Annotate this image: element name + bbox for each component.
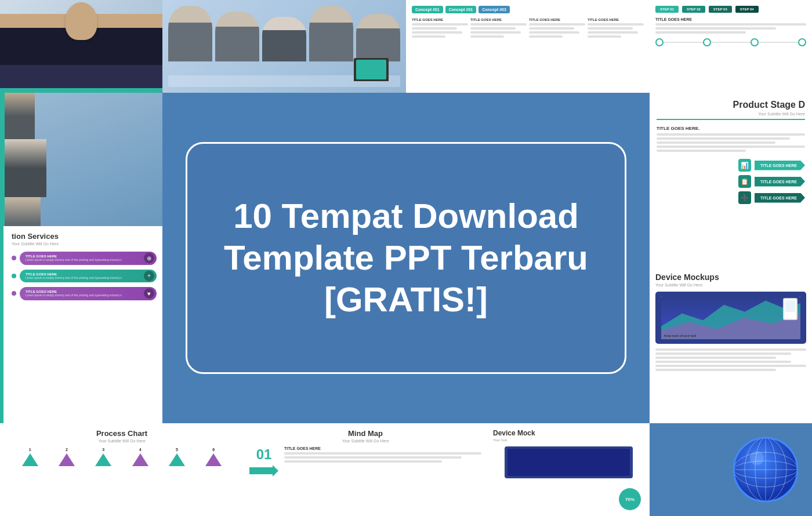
- mm-left: 01: [249, 446, 278, 477]
- db-title: Device Mock: [493, 429, 644, 437]
- pc-subtitle: Your Subtitle Will Go Here: [6, 439, 238, 443]
- globe-svg: [731, 435, 800, 504]
- cs-item-1: TITLE GOES HERE Lorem ipsum is simply du…: [12, 252, 157, 265]
- pc-triangle-5: [169, 453, 185, 466]
- col-text-2: [470, 23, 527, 38]
- pc-step-4: 4: [132, 448, 148, 466]
- meeting-photo: [162, 0, 406, 93]
- cs-title: tion Services: [12, 232, 157, 241]
- cs-icon-1: ⊕: [144, 253, 154, 263]
- steps-row: STEP 01 STEP 02 STEP 03 STEP 04: [655, 6, 806, 13]
- slide-top-right: STEP 01 STEP 02 STEP 03 STEP 04 TITLE GO…: [650, 0, 812, 93]
- steps-content: TITLE GOES HERE: [655, 17, 806, 34]
- dm-subtitle: Your Subtitle Will Go Here: [655, 283, 806, 287]
- mm-arrow: [249, 465, 278, 477]
- step-4: STEP 04: [735, 6, 759, 13]
- pc-step-1: 1: [22, 448, 38, 466]
- slide-device-mock-bot: Device Mock Your Sub 70%: [487, 423, 650, 516]
- ps-title: Product Stage D: [657, 100, 805, 110]
- slide-mid-left-top: [0, 93, 162, 226]
- mm-item-text: [284, 452, 481, 463]
- concept-col-4: TITLE GOES HERE: [588, 18, 644, 38]
- pc-step1-num: 1: [29, 448, 31, 452]
- timeline-line-2: [711, 42, 751, 43]
- ps-step2-label: TITLE GOES HERE: [755, 177, 805, 187]
- ps-step1-icon: ➕: [738, 191, 751, 204]
- step-1: STEP 01: [655, 6, 679, 13]
- db-screen: [507, 449, 630, 476]
- mm-subtitle: Your Subtitle Will Go Here: [249, 439, 481, 443]
- ps-step3-icon: 📊: [738, 159, 751, 172]
- man-head: [66, 2, 97, 40]
- ps-subtitle: Your Subtitle Will Go Here: [657, 112, 805, 120]
- center-overlay-box: 10 Tempat Download Template PPT Terbaru …: [186, 142, 626, 374]
- timeline-line-1: [664, 42, 703, 43]
- step-title: TITLE GOES HERE: [655, 17, 806, 21]
- slide-product-stage: Product Stage D Your Subtitle Will Go He…: [650, 93, 812, 267]
- center-title: 10 Tempat Download Template PPT Terbaru …: [201, 195, 611, 321]
- mm-content: 01 TITLE GOES HERE: [249, 446, 481, 477]
- concept-header: Concept #01 Concept #01 Concept #03: [412, 6, 644, 13]
- concept-col-2: TITLE GOES HERE: [470, 18, 527, 38]
- office-man-photo: [0, 0, 162, 93]
- pc-step-3: 3: [95, 448, 111, 466]
- timeline-dot-2: [703, 38, 711, 46]
- mm-number: 01: [256, 446, 272, 463]
- slide-construction-services: tion Services Your Subtitle Will Go Here…: [0, 226, 162, 423]
- dm-chart-bg: [661, 296, 800, 339]
- cs-content: tion Services Your Subtitle Will Go Here…: [12, 232, 157, 300]
- db-percentage: 70%: [619, 488, 641, 510]
- ps-section-text: [657, 133, 805, 152]
- cs-dot-3: [12, 291, 16, 296]
- pc-steps-row: 1 2 3 4 5 6: [6, 448, 238, 466]
- col-text-3: [529, 23, 585, 38]
- dm-caption: Keep track of your task: [664, 334, 696, 337]
- timeline-dot-1: [655, 38, 664, 46]
- teal-strip-bottom: [0, 88, 162, 93]
- col-text-4: [588, 23, 644, 38]
- concept-tag-1: Concept #01: [412, 6, 443, 13]
- pc-triangle-2: [59, 453, 75, 466]
- step-content-row: TITLE GOES HERE: [655, 17, 806, 34]
- laptop-screen: [356, 60, 386, 79]
- concept-col-1: TITLE GOES HERE: [412, 18, 468, 38]
- pc-step5-num: 5: [176, 448, 178, 452]
- step-text: [655, 23, 806, 34]
- db-laptop: [505, 446, 633, 478]
- cs-accent-left: [0, 226, 3, 423]
- slide-top-mid1: [162, 0, 406, 93]
- pc-triangle-3: [95, 453, 111, 466]
- timeline-dot-4: [798, 38, 806, 46]
- svg-point-10: [750, 451, 764, 465]
- pc-step-6: 6: [205, 448, 222, 466]
- step-3: STEP 03: [709, 6, 732, 13]
- cs-item3-text: Lorem ipsum is simply dummy text of the …: [26, 293, 139, 297]
- dm-screen: Keep track of your task: [661, 296, 800, 339]
- concept-columns: TITLE GOES HERE TITLE GOES HERE TITLE GO…: [412, 18, 644, 38]
- pc-step-5: 5: [169, 448, 185, 466]
- slide-top-left: [0, 0, 162, 93]
- ps-step2-icon: 📋: [738, 175, 751, 188]
- slide-device-mockups: Device Mockups Your Subtitle Will Go Her…: [650, 267, 812, 423]
- dm-chart-svg: [661, 296, 800, 339]
- cs-icon-2: +: [144, 271, 154, 281]
- cs-item-3: TITLE GOES HERE Lorem ipsum is simply du…: [12, 287, 157, 300]
- mm-title: Mind Map: [249, 429, 481, 438]
- slide-top-mid2: Concept #01 Concept #01 Concept #03 TITL…: [406, 0, 650, 93]
- cs-item-2: TITLE GOES HERE Lorem ipsum is simply du…: [12, 270, 157, 283]
- cs-bar-2: TITLE GOES HERE Lorem ipsum is simply du…: [20, 270, 157, 283]
- pc-triangle-6: [205, 453, 222, 466]
- dm-laptop: Keep track of your task: [655, 292, 806, 344]
- ps-step1-label: TITLE GOES HERE: [755, 193, 805, 203]
- photo-overlay: [0, 93, 162, 226]
- ps-step-3: 📊 TITLE GOES HERE: [738, 159, 805, 172]
- slide-process-chart: Process Chart Your Subtitle Will Go Here…: [0, 423, 244, 516]
- pc-step-2: 2: [59, 448, 75, 466]
- timeline-line-3: [759, 42, 798, 43]
- pc-step3-num: 3: [102, 448, 104, 452]
- man-body: [0, 14, 162, 93]
- dm-tablet-screen: [785, 300, 795, 312]
- dm-title: Device Mockups: [655, 272, 806, 282]
- ps-step3-label: TITLE GOES HERE: [755, 161, 805, 170]
- concept-tag-3: Concept #03: [478, 6, 510, 13]
